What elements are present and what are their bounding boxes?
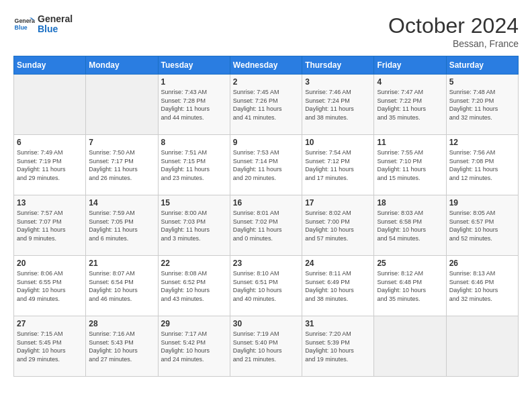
title-area: October 2024 Bessan, France: [388, 13, 519, 49]
day-header-saturday: Saturday: [446, 56, 518, 75]
calendar-cell: 26Sunrise: 8:13 AM Sunset: 6:46 PM Dayli…: [446, 256, 518, 316]
day-header-sunday: Sunday: [14, 56, 86, 75]
day-number: 10: [305, 138, 371, 147]
day-info: Sunrise: 7:45 AM Sunset: 7:26 PM Dayligh…: [233, 88, 299, 122]
day-number: 25: [377, 259, 443, 268]
day-number: 1: [161, 77, 227, 87]
location: Bessan, France: [388, 38, 519, 49]
day-info: Sunrise: 8:08 AM Sunset: 6:52 PM Dayligh…: [161, 269, 227, 303]
calendar-cell: 7Sunrise: 7:50 AM Sunset: 7:17 PM Daylig…: [86, 135, 158, 195]
calendar-cell: 19Sunrise: 8:05 AM Sunset: 6:57 PM Dayli…: [446, 195, 518, 256]
day-info: Sunrise: 7:46 AM Sunset: 7:24 PM Dayligh…: [305, 88, 371, 122]
calendar-table: SundayMondayTuesdayWednesdayThursdayFrid…: [13, 56, 519, 377]
day-info: Sunrise: 7:15 AM Sunset: 5:45 PM Dayligh…: [17, 330, 83, 363]
day-number: 17: [305, 198, 371, 208]
calendar-cell: 1Sunrise: 7:43 AM Sunset: 7:28 PM Daylig…: [158, 75, 230, 135]
day-header-monday: Monday: [86, 56, 158, 75]
day-info: Sunrise: 7:16 AM Sunset: 5:43 PM Dayligh…: [89, 330, 154, 363]
calendar-cell: 14Sunrise: 7:59 AM Sunset: 7:05 PM Dayli…: [86, 195, 158, 256]
day-number: 30: [233, 319, 299, 328]
calendar-cell: 16Sunrise: 8:01 AM Sunset: 7:02 PM Dayli…: [230, 195, 302, 256]
calendar-cell: 30Sunrise: 7:19 AM Sunset: 5:40 PM Dayli…: [230, 316, 302, 377]
calendar-week-4: 20Sunrise: 8:06 AM Sunset: 6:55 PM Dayli…: [14, 256, 519, 316]
calendar-cell: 21Sunrise: 8:07 AM Sunset: 6:54 PM Dayli…: [86, 256, 158, 316]
svg-text:Blue: Blue: [15, 24, 28, 31]
calendar-cell: 28Sunrise: 7:16 AM Sunset: 5:43 PM Dayli…: [86, 316, 158, 377]
logo-icon: General Blue: [13, 13, 35, 35]
day-number: 6: [17, 138, 83, 147]
calendar-cell: 2Sunrise: 7:45 AM Sunset: 7:26 PM Daylig…: [230, 75, 302, 135]
calendar-cell: 4Sunrise: 7:47 AM Sunset: 7:22 PM Daylig…: [374, 75, 446, 135]
calendar-cell: 11Sunrise: 7:55 AM Sunset: 7:10 PM Dayli…: [374, 135, 446, 195]
day-info: Sunrise: 7:51 AM Sunset: 7:15 PM Dayligh…: [161, 148, 227, 182]
calendar-cell: [446, 316, 518, 377]
logo: General Blue General Blue: [13, 13, 73, 35]
day-info: Sunrise: 8:07 AM Sunset: 6:54 PM Dayligh…: [89, 269, 154, 303]
calendar-cell: 22Sunrise: 8:08 AM Sunset: 6:52 PM Dayli…: [158, 256, 230, 316]
calendar-header-row: SundayMondayTuesdayWednesdayThursdayFrid…: [14, 56, 519, 75]
day-info: Sunrise: 7:54 AM Sunset: 7:12 PM Dayligh…: [305, 148, 371, 182]
calendar-cell: 27Sunrise: 7:15 AM Sunset: 5:45 PM Dayli…: [14, 316, 86, 377]
day-header-tuesday: Tuesday: [158, 56, 230, 75]
day-info: Sunrise: 7:50 AM Sunset: 7:17 PM Dayligh…: [89, 148, 154, 182]
day-number: 4: [377, 77, 443, 87]
day-number: 7: [89, 138, 154, 147]
day-info: Sunrise: 7:48 AM Sunset: 7:20 PM Dayligh…: [449, 88, 515, 122]
day-number: 3: [305, 77, 371, 87]
day-header-thursday: Thursday: [302, 56, 374, 75]
calendar-week-5: 27Sunrise: 7:15 AM Sunset: 5:45 PM Dayli…: [14, 316, 519, 377]
calendar-cell: 25Sunrise: 8:12 AM Sunset: 6:48 PM Dayli…: [374, 256, 446, 316]
day-number: 20: [17, 259, 83, 268]
calendar-cell: 20Sunrise: 8:06 AM Sunset: 6:55 PM Dayli…: [14, 256, 86, 316]
day-info: Sunrise: 8:11 AM Sunset: 6:49 PM Dayligh…: [305, 269, 371, 303]
day-number: 22: [161, 259, 227, 268]
day-info: Sunrise: 8:06 AM Sunset: 6:55 PM Dayligh…: [17, 269, 83, 303]
calendar-cell: 15Sunrise: 8:00 AM Sunset: 7:03 PM Dayli…: [158, 195, 230, 256]
day-number: 11: [377, 138, 443, 147]
day-info: Sunrise: 8:03 AM Sunset: 6:58 PM Dayligh…: [377, 209, 443, 242]
day-number: 27: [17, 319, 83, 328]
day-info: Sunrise: 7:59 AM Sunset: 7:05 PM Dayligh…: [89, 209, 154, 242]
day-info: Sunrise: 7:56 AM Sunset: 7:08 PM Dayligh…: [449, 148, 515, 182]
day-number: 12: [449, 138, 515, 147]
calendar-cell: 23Sunrise: 8:10 AM Sunset: 6:51 PM Dayli…: [230, 256, 302, 316]
calendar-cell: 5Sunrise: 7:48 AM Sunset: 7:20 PM Daylig…: [446, 75, 518, 135]
day-info: Sunrise: 8:05 AM Sunset: 6:57 PM Dayligh…: [449, 209, 515, 242]
calendar-cell: 10Sunrise: 7:54 AM Sunset: 7:12 PM Dayli…: [302, 135, 374, 195]
day-number: 13: [17, 198, 83, 208]
day-number: 5: [449, 77, 515, 87]
logo-text-general: General: [38, 14, 73, 24]
day-number: 15: [161, 198, 227, 208]
day-info: Sunrise: 7:19 AM Sunset: 5:40 PM Dayligh…: [233, 330, 299, 363]
calendar-cell: 12Sunrise: 7:56 AM Sunset: 7:08 PM Dayli…: [446, 135, 518, 195]
calendar-week-3: 13Sunrise: 7:57 AM Sunset: 7:07 PM Dayli…: [14, 195, 519, 256]
day-info: Sunrise: 8:00 AM Sunset: 7:03 PM Dayligh…: [161, 209, 227, 242]
calendar-cell: 3Sunrise: 7:46 AM Sunset: 7:24 PM Daylig…: [302, 75, 374, 135]
calendar-body: 1Sunrise: 7:43 AM Sunset: 7:28 PM Daylig…: [14, 75, 519, 377]
header: General Blue General Blue October 2024 B…: [13, 13, 519, 49]
calendar-week-2: 6Sunrise: 7:49 AM Sunset: 7:19 PM Daylig…: [14, 135, 519, 195]
day-info: Sunrise: 8:12 AM Sunset: 6:48 PM Dayligh…: [377, 269, 443, 303]
day-info: Sunrise: 7:53 AM Sunset: 7:14 PM Dayligh…: [233, 148, 299, 182]
day-info: Sunrise: 8:01 AM Sunset: 7:02 PM Dayligh…: [233, 209, 299, 242]
day-number: 18: [377, 198, 443, 208]
calendar-cell: [14, 75, 86, 135]
day-header-wednesday: Wednesday: [230, 56, 302, 75]
day-number: 9: [233, 138, 299, 147]
day-info: Sunrise: 7:55 AM Sunset: 7:10 PM Dayligh…: [377, 148, 443, 182]
day-info: Sunrise: 7:47 AM Sunset: 7:22 PM Dayligh…: [377, 88, 443, 122]
day-info: Sunrise: 7:43 AM Sunset: 7:28 PM Dayligh…: [161, 88, 227, 122]
calendar-week-1: 1Sunrise: 7:43 AM Sunset: 7:28 PM Daylig…: [14, 75, 519, 135]
logo-text-blue: Blue: [38, 24, 73, 34]
day-info: Sunrise: 7:49 AM Sunset: 7:19 PM Dayligh…: [17, 148, 83, 182]
day-info: Sunrise: 7:20 AM Sunset: 5:39 PM Dayligh…: [305, 330, 371, 363]
day-number: 2: [233, 77, 299, 87]
day-number: 26: [449, 259, 515, 268]
day-number: 16: [233, 198, 299, 208]
day-info: Sunrise: 7:57 AM Sunset: 7:07 PM Dayligh…: [17, 209, 83, 242]
day-number: 28: [89, 319, 154, 328]
day-number: 31: [305, 319, 371, 328]
day-number: 24: [305, 259, 371, 268]
day-number: 21: [89, 259, 154, 268]
calendar-cell: 18Sunrise: 8:03 AM Sunset: 6:58 PM Dayli…: [374, 195, 446, 256]
